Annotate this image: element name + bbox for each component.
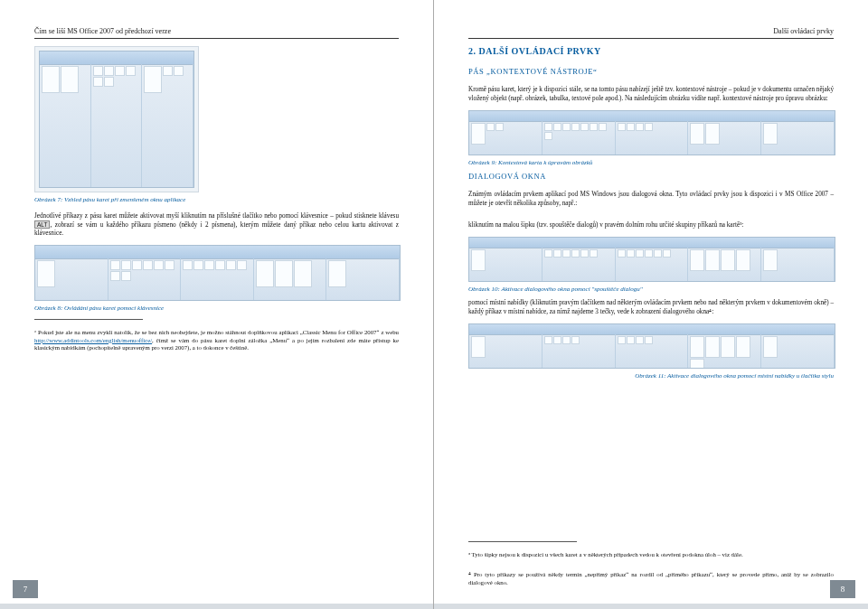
heading-context-tools: PÁS „KONTEXTOVÉ NÁSTROJE“	[468, 67, 834, 76]
caption-8: Obrázek 8: Ovládání pásu karet pomocí kl…	[34, 304, 399, 312]
fig7-row: Obrázek 7: Vzhled pásu karet při zmenšen…	[34, 46, 399, 203]
footnote-2: ² Pokud jste ale na menu zvyklí natolik,…	[34, 329, 399, 351]
ribbon-collapsed-mock	[39, 51, 194, 188]
header-left: Čím se liší MS Office 2007 od předchozí …	[34, 27, 399, 35]
header-right: Další ovládací prvky	[468, 27, 834, 35]
para-launcher: kliknutím na malou šipku (tzv. spouštěče…	[468, 221, 834, 230]
para-dialogs-intro: Známým ovládacím prvkem aplikací pod MS …	[468, 191, 834, 208]
caption-7: Obrázek 7: Vzhled pásu karet při zmenšen…	[34, 196, 199, 203]
figure-9	[468, 110, 835, 155]
footnote-3: ³ Tyto šipky nejsou k dispozici u všech …	[468, 551, 834, 558]
page-number-left: 7	[13, 580, 38, 598]
page-strip-left	[0, 604, 433, 609]
figure-11	[468, 323, 835, 369]
caption-9: Obrázek 9: Kontextová karta k úpravám ob…	[468, 159, 834, 166]
para-context-menu: pomocí místní nabídky (kliknutím pravým …	[468, 299, 834, 316]
header-rule-right	[468, 38, 834, 39]
figure-10	[468, 237, 835, 282]
footnote-4: ⁴ Pro tyto příkazy se používá někdy term…	[468, 571, 834, 586]
page-strip-right	[434, 604, 868, 609]
page-number-right: 8	[830, 580, 855, 598]
fig7-col: Obrázek 7: Vzhled pásu karet při zmenšen…	[34, 46, 199, 203]
figure-7	[34, 46, 199, 192]
page-left: Čím se liší MS Office 2007 od předchozí …	[0, 0, 434, 609]
kbd-alt: ALT	[34, 220, 50, 229]
para-context: Kromě pásu karet, který je k dispozici s…	[468, 86, 834, 103]
page-right: Další ovládací prvky 2. DALŠÍ OVLÁDACÍ P…	[434, 0, 868, 609]
caption-11: Obrázek 11: Aktivace dialogového okna po…	[468, 372, 834, 379]
para-keyboard: Jednotlivé příkazy z pásu karet můžete a…	[34, 212, 399, 239]
heading-2: 2. DALŠÍ OVLÁDACÍ PRVKY	[468, 46, 834, 56]
heading-dialogs: DIALOGOVÁ OKNA	[468, 172, 834, 181]
link-addintools[interactable]: http://www.addintools.com/english/menuof…	[34, 337, 152, 343]
footnote-rule-right	[468, 541, 577, 542]
figure-8	[34, 245, 401, 301]
header-rule	[34, 38, 399, 39]
footnote-rule-left	[34, 319, 143, 320]
caption-10: Obrázek 10: Aktivace dialogového okna po…	[468, 286, 834, 293]
